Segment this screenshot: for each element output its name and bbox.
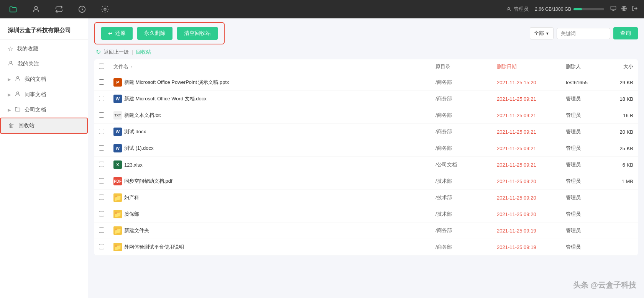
row-checkbox-cell bbox=[94, 107, 109, 124]
sidebar-item-following[interactable]: 我的关注 bbox=[0, 56, 88, 72]
row-checkbox-1[interactable] bbox=[99, 96, 104, 101]
expand-arrow-colleague: ▶ bbox=[8, 92, 11, 97]
sync-icon[interactable] bbox=[52, 2, 66, 16]
row-checkbox-9[interactable] bbox=[99, 228, 104, 233]
row-path-5: /公司文档 bbox=[431, 157, 492, 173]
folder-icon[interactable] bbox=[6, 2, 20, 16]
row-date-7: 2021-11-25 09:20 bbox=[492, 190, 561, 206]
storage-info: 2.66 GB/1000 GB bbox=[535, 7, 604, 12]
row-checkbox-cell bbox=[94, 173, 109, 190]
svg-point-8 bbox=[16, 92, 18, 94]
row-checkbox-10[interactable] bbox=[99, 244, 104, 249]
row-size-10 bbox=[607, 239, 638, 255]
header-user: 删除人 bbox=[561, 59, 607, 74]
row-name-7: 📁 妇产科 bbox=[109, 190, 431, 206]
sidebar-item-my-docs[interactable]: ▶ 我的文档 bbox=[0, 72, 88, 87]
svg-point-3 bbox=[508, 7, 510, 9]
globe-icon[interactable] bbox=[621, 5, 627, 13]
sidebar-recycle-label: 回收站 bbox=[18, 122, 79, 129]
user-name: 管理员 bbox=[514, 6, 529, 13]
back-link[interactable]: 返回上一级 bbox=[104, 49, 129, 56]
monitor-icon[interactable] bbox=[610, 5, 616, 13]
table-row: 📁 新建文件夹 /商务部 2021-11-25 09:19 管理员 bbox=[94, 223, 638, 239]
row-path-2: /商务部 bbox=[431, 107, 492, 124]
search-input[interactable] bbox=[557, 28, 610, 39]
clock-icon[interactable] bbox=[75, 2, 89, 16]
file-name-text[interactable]: 123.xlsx bbox=[124, 162, 143, 168]
svg-point-0 bbox=[34, 7, 37, 9]
row-date-2: 2021-11-25 09:21 bbox=[492, 107, 561, 124]
scope-select[interactable]: 全部 ▼ bbox=[530, 27, 554, 39]
svg-rect-4 bbox=[611, 6, 616, 10]
row-size-0: 29 KB bbox=[607, 74, 638, 91]
row-size-4: 25 KB bbox=[607, 140, 638, 157]
top-right-area: 管理员 2.66 GB/1000 GB bbox=[506, 5, 638, 13]
row-name-1: W 新建 Microsoft Office Word 文档.docx bbox=[109, 91, 431, 107]
expand-arrow-company: ▶ bbox=[8, 108, 11, 113]
table-row: 📁 妇产科 /技术部 2021-11-25 09:20 管理员 bbox=[94, 190, 638, 206]
file-name-text[interactable]: 测试 (1).docx bbox=[124, 145, 154, 152]
file-name-text[interactable]: 同步空间帮助文档.pdf bbox=[124, 178, 172, 185]
sidebar-item-favorites[interactable]: ☆ 我的收藏 bbox=[0, 41, 88, 56]
row-path-8: /技术部 bbox=[431, 206, 492, 223]
row-name-10: 📁 外网体验测试平台使用说明 bbox=[109, 239, 431, 255]
user-icon[interactable] bbox=[29, 2, 43, 16]
file-name-text[interactable]: 外网体验测试平台使用说明 bbox=[124, 244, 184, 251]
sidebar-company-label: 公司文档 bbox=[25, 106, 80, 113]
row-path-10: /商务部 bbox=[431, 239, 492, 255]
file-name-text[interactable]: 测试.docx bbox=[124, 128, 146, 135]
row-size-7 bbox=[607, 190, 638, 206]
file-name-text[interactable]: 新建 Microsoft Office PowerPoint 演示文稿.pptx bbox=[124, 79, 229, 86]
settings-icon[interactable] bbox=[98, 2, 112, 16]
row-checkbox-5[interactable] bbox=[99, 162, 104, 167]
sidebar-item-company-docs[interactable]: ▶ 公司文档 bbox=[0, 102, 88, 118]
table-row: PDF 同步空间帮助文档.pdf /技术部 2021-11-25 09:20 管… bbox=[94, 173, 638, 190]
following-icon bbox=[8, 60, 14, 68]
header-checkbox-cell bbox=[94, 59, 109, 74]
row-user-0: test61655 bbox=[561, 74, 607, 91]
row-name-3: W 测试.docx bbox=[109, 124, 431, 140]
trash-icon: 🗑 bbox=[8, 122, 15, 129]
header-name[interactable]: 文件名 ↑ bbox=[109, 59, 431, 74]
permanent-delete-button[interactable]: 永久删除 bbox=[137, 27, 172, 40]
select-all-checkbox[interactable] bbox=[99, 64, 104, 69]
sidebar-colleague-label: 同事文档 bbox=[25, 91, 80, 98]
breadcrumb-current[interactable]: 回收站 bbox=[136, 49, 151, 56]
refresh-icon[interactable]: ↻ bbox=[96, 48, 101, 56]
row-checkbox-cell bbox=[94, 190, 109, 206]
row-path-4: /商务部 bbox=[431, 140, 492, 157]
row-checkbox-8[interactable] bbox=[99, 211, 104, 216]
table-row: TXT 新建文本文档.txt /商务部 2021-11-25 09:21 管理员… bbox=[94, 107, 638, 124]
search-button[interactable]: 查询 bbox=[613, 27, 638, 39]
row-name-5: X 123.xlsx bbox=[109, 157, 431, 173]
logout-icon[interactable] bbox=[632, 5, 638, 13]
star-icon: ☆ bbox=[8, 45, 13, 52]
sidebar-item-recycle[interactable]: 🗑 回收站 bbox=[0, 118, 88, 134]
row-checkbox-6[interactable] bbox=[99, 178, 104, 183]
table-row: W 测试.docx /商务部 2021-11-25 09:21 管理员 20 K… bbox=[94, 124, 638, 140]
row-checkbox-cell bbox=[94, 239, 109, 255]
row-checkbox-cell bbox=[94, 74, 109, 91]
row-path-0: /商务部 bbox=[431, 74, 492, 91]
row-size-8 bbox=[607, 206, 638, 223]
file-name-text[interactable]: 质保部 bbox=[124, 211, 139, 218]
file-name-text[interactable]: 妇产科 bbox=[124, 194, 139, 201]
row-checkbox-4[interactable] bbox=[99, 145, 104, 151]
main-content: ↩ 还原 永久删除 清空回收站 全部 ▼ 查询 bbox=[88, 18, 644, 298]
row-checkbox-0[interactable] bbox=[99, 79, 104, 85]
restore-button[interactable]: ↩ 还原 bbox=[101, 27, 133, 40]
file-name-text[interactable]: 新建 Microsoft Office Word 文档.docx bbox=[124, 95, 207, 102]
file-name-text[interactable]: 新建文件夹 bbox=[124, 227, 149, 234]
row-checkbox-3[interactable] bbox=[99, 129, 104, 134]
file-name-text[interactable]: 新建文本文档.txt bbox=[124, 112, 161, 119]
file-table-wrap: 文件名 ↑ 原目录 删除日期 删除人 大小 P 新建 M bbox=[88, 59, 644, 298]
table-row: P 新建 Microsoft Office PowerPoint 演示文稿.pp… bbox=[94, 74, 638, 91]
restore-arrow-icon: ↩ bbox=[108, 30, 113, 36]
storage-bar-fill bbox=[573, 8, 582, 10]
clear-recycle-button[interactable]: 清空回收站 bbox=[177, 27, 218, 40]
row-checkbox-2[interactable] bbox=[99, 112, 104, 118]
row-checkbox-7[interactable] bbox=[99, 195, 104, 200]
row-path-3: /商务部 bbox=[431, 124, 492, 140]
sidebar-item-colleague-docs[interactable]: ▶ 同事文档 bbox=[0, 87, 88, 102]
row-date-1: 2021-11-25 09:21 bbox=[492, 91, 561, 107]
